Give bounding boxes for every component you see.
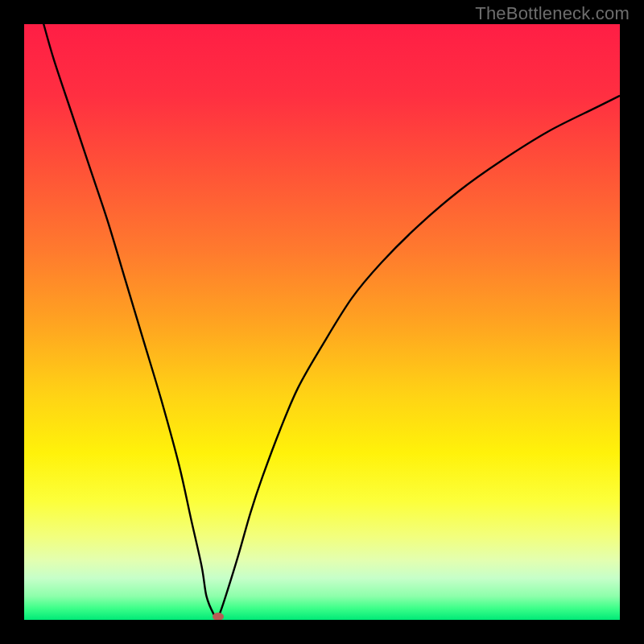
bottleneck-curve <box>24 24 620 620</box>
plot-area <box>24 24 620 620</box>
chart-frame: TheBottleneck.com <box>0 0 644 644</box>
watermark-text: TheBottleneck.com <box>475 3 630 24</box>
minimum-marker <box>213 613 224 620</box>
